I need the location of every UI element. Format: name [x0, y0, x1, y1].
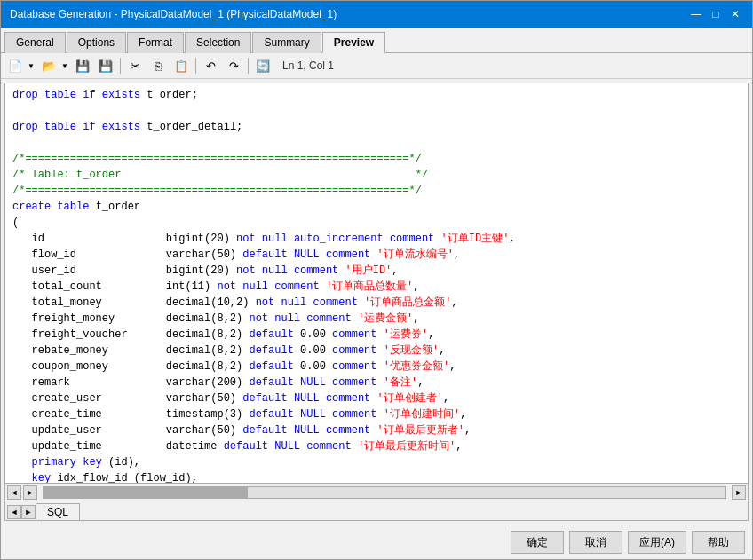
sep1 — [120, 58, 121, 74]
toolbar: 📄 ▼ 📂 ▼ 💾 💾 ✂ ⎘ 📋 ↶ ↷ 🔄 Ln 1, Col 1 — [1, 53, 752, 79]
new-button[interactable]: 📄 — [4, 56, 26, 75]
help-button[interactable]: 帮助 — [692, 531, 745, 554]
cursor-position: Ln 1, Col 1 — [282, 59, 334, 72]
new-dropdown-arrow[interactable]: ▼ — [26, 56, 36, 75]
tab-preview[interactable]: Preview — [322, 32, 385, 53]
content-area: drop table if exists t_order; drop table… — [4, 83, 749, 521]
tab-nav-right[interactable]: ► — [21, 505, 36, 519]
open-button[interactable]: 📂 — [38, 56, 59, 75]
scroll-left-button[interactable]: ◄ — [7, 485, 21, 500]
new-dropdown[interactable]: 📄 ▼ — [4, 56, 36, 75]
maximize-button[interactable]: □ — [708, 6, 724, 22]
apply-button[interactable]: 应用(A) — [628, 531, 686, 554]
sep2 — [195, 58, 196, 74]
sep3 — [248, 58, 249, 74]
tab-summary[interactable]: Summary — [252, 32, 321, 53]
title-bar-controls: — □ ✕ — [688, 6, 743, 22]
sql-tab[interactable]: SQL — [36, 503, 80, 520]
main-window: Database Generation - PhysicalDataModel_… — [0, 0, 753, 560]
tab-bar: General Options Format Selection Summary… — [1, 28, 752, 53]
minimize-button[interactable]: — — [688, 6, 704, 22]
open-dropdown-arrow[interactable]: ▼ — [59, 56, 70, 75]
sql-tab-strip: ◄ ► SQL — [5, 501, 748, 520]
tab-general[interactable]: General — [4, 32, 66, 53]
scroll-right-end-button[interactable]: ► — [732, 485, 746, 500]
close-button[interactable]: ✕ — [727, 6, 743, 22]
window-title: Database Generation - PhysicalDataModel_… — [10, 8, 337, 20]
paste-button[interactable]: 📋 — [170, 56, 192, 75]
refresh-button[interactable]: 🔄 — [252, 56, 273, 75]
redo-button[interactable]: ↷ — [223, 56, 244, 75]
scroll-right-button[interactable]: ► — [23, 485, 37, 500]
saveas-button[interactable]: 💾 — [95, 56, 116, 75]
footer-bar: 确定 取消 应用(A) 帮助 — [1, 525, 752, 559]
title-bar: Database Generation - PhysicalDataModel_… — [1, 1, 752, 28]
horizontal-scroll-thumb[interactable] — [44, 487, 248, 498]
copy-button[interactable]: ⎘ — [147, 56, 169, 75]
code-editor[interactable]: drop table if exists t_order; drop table… — [5, 83, 748, 483]
tab-options[interactable]: Options — [67, 32, 126, 53]
horizontal-scrollbar: ◄ ► ► — [5, 483, 748, 501]
ok-button[interactable]: 确定 — [511, 531, 564, 554]
undo-button[interactable]: ↶ — [200, 56, 221, 75]
cancel-button[interactable]: 取消 — [569, 531, 622, 554]
tab-nav-left[interactable]: ◄ — [7, 505, 21, 519]
save-button[interactable]: 💾 — [72, 56, 93, 75]
tab-selection[interactable]: Selection — [185, 32, 251, 53]
open-dropdown[interactable]: 📂 ▼ — [38, 56, 70, 75]
horizontal-scroll-track[interactable] — [43, 486, 726, 499]
cut-button[interactable]: ✂ — [124, 56, 146, 75]
tab-format[interactable]: Format — [127, 32, 184, 53]
